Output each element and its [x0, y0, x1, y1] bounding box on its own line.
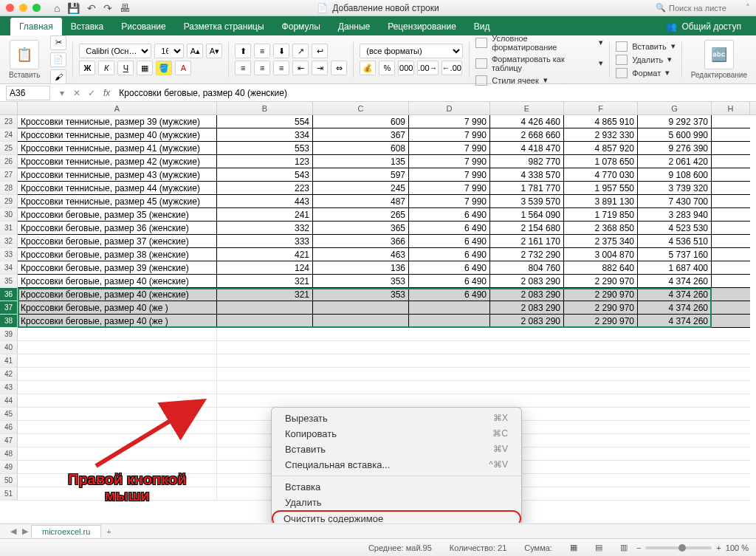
cell[interactable]: 7 990 — [409, 155, 490, 168]
delete-cells-button[interactable]: Удалить ▾ — [616, 54, 676, 66]
cell[interactable]: 3 539 570 — [490, 195, 564, 208]
cell[interactable] — [712, 155, 750, 168]
ctx-paste[interactable]: Вставить⌘V — [272, 442, 521, 457]
fill-color-button[interactable]: 🪣 — [156, 61, 172, 75]
cell[interactable]: 4 338 570 — [490, 168, 564, 182]
col-header-E[interactable]: E — [490, 102, 564, 114]
cell[interactable]: 421 — [217, 248, 313, 261]
window-minimize-button[interactable] — [19, 4, 27, 12]
cell[interactable]: 9 292 370 — [638, 115, 712, 128]
cell[interactable]: 2 083 290 — [490, 315, 564, 328]
cell[interactable]: Кроссовки беговые, размер 40 (же ) — [18, 301, 217, 315]
table-row[interactable]: 43 — [0, 381, 756, 394]
table-row[interactable]: 36Кроссовки беговые, размер 40 (женские)… — [0, 288, 756, 301]
zoom-slider[interactable] — [645, 546, 712, 549]
cell[interactable] — [712, 128, 750, 142]
cell[interactable]: 123 — [217, 155, 313, 168]
redo-icon[interactable]: ↷ — [103, 2, 112, 14]
row-header[interactable]: 42 — [0, 368, 18, 381]
select-all-corner[interactable] — [0, 102, 18, 114]
cell[interactable]: Кроссовки беговые, размер 40 (женские) — [18, 288, 217, 301]
ctx-cut[interactable]: Вырезать⌘X — [272, 411, 521, 426]
wrap-text-button[interactable]: ↩ — [312, 44, 328, 58]
table-row[interactable]: 25Кроссовки теннисные, размер 41 (мужски… — [0, 142, 756, 155]
cell[interactable]: 7 990 — [409, 128, 490, 142]
bold-button[interactable]: Ж — [79, 61, 95, 75]
ctx-copy[interactable]: Копировать⌘C — [272, 426, 521, 442]
conditional-format-button[interactable]: Условное форматирование ▾ — [475, 33, 603, 52]
cell[interactable]: 3 739 320 — [638, 182, 712, 195]
ctx-delete[interactable]: Удалить — [272, 495, 521, 510]
align-top-button[interactable]: ⬆ — [235, 44, 251, 58]
table-row[interactable]: 24Кроссовки теннисные, размер 40 (мужски… — [0, 128, 756, 142]
cell[interactable]: 365 — [313, 222, 409, 235]
cell[interactable]: Кроссовки теннисные, размер 42 (мужские) — [18, 155, 217, 168]
cell[interactable]: 2 061 420 — [638, 155, 712, 168]
cell[interactable]: 367 — [313, 128, 409, 142]
cell[interactable]: 2 290 970 — [564, 288, 638, 301]
col-header-G[interactable]: G — [638, 102, 712, 114]
cell[interactable]: 333 — [217, 235, 313, 248]
cell[interactable]: Кроссовки теннисные, размер 44 (мужские) — [18, 182, 217, 195]
row-header[interactable]: 41 — [0, 354, 18, 368]
cell[interactable]: 2 290 970 — [564, 315, 638, 328]
cell[interactable]: 2 083 290 — [490, 288, 564, 301]
cell[interactable]: 124 — [217, 261, 313, 275]
undo-icon[interactable]: ↶ — [87, 2, 96, 14]
cell[interactable]: Кроссовки теннисные, размер 45 (мужские) — [18, 195, 217, 208]
percent-button[interactable]: % — [379, 61, 395, 75]
row-header[interactable]: 33 — [0, 248, 18, 261]
cell[interactable]: 4 426 460 — [490, 115, 564, 128]
cell[interactable]: 321 — [217, 288, 313, 301]
view-normal-button[interactable]: ▦ — [561, 543, 586, 552]
cell[interactable]: Кроссовки беговые, размер 39 (женские) — [18, 261, 217, 275]
cell[interactable]: 5 737 160 — [638, 248, 712, 261]
comma-button[interactable]: 000 — [398, 61, 414, 75]
table-row[interactable]: 39 — [0, 328, 756, 341]
cell[interactable] — [712, 182, 750, 195]
cell[interactable]: 1 719 850 — [564, 208, 638, 222]
cell[interactable]: Кроссовки беговые, размер 40 (же ) — [18, 315, 217, 328]
cell[interactable]: 597 — [313, 168, 409, 182]
cell[interactable]: 4 857 920 — [564, 142, 638, 155]
cell[interactable]: 7 430 700 — [638, 195, 712, 208]
col-header-D[interactable]: D — [409, 102, 490, 114]
row-header[interactable]: 40 — [0, 341, 18, 354]
table-row[interactable]: 38Кроссовки беговые, размер 40 (же )2 08… — [0, 315, 756, 328]
cut-button[interactable]: ✂ — [50, 35, 66, 50]
cell[interactable]: 1 564 090 — [490, 208, 564, 222]
format-cells-button[interactable]: Формат ▾ — [616, 67, 676, 79]
cell[interactable] — [712, 235, 750, 248]
row-header[interactable]: 45 — [0, 408, 18, 421]
cell[interactable]: Кроссовки беговые, размер 36 (женские) — [18, 222, 217, 235]
cell[interactable] — [409, 315, 490, 328]
cell[interactable]: 353 — [313, 275, 409, 288]
cell[interactable]: 334 — [217, 128, 313, 142]
tab-draw[interactable]: Рисование — [112, 18, 174, 35]
row-header[interactable]: 26 — [0, 155, 18, 168]
sheet-prev-icon[interactable]: ◀ — [7, 526, 19, 536]
cell[interactable]: 366 — [313, 235, 409, 248]
table-row[interactable]: 44 — [0, 394, 756, 408]
table-row[interactable]: 32Кроссовки беговые, размер 37 (женские)… — [0, 235, 756, 248]
align-left-button[interactable]: ≡ — [235, 61, 251, 75]
save-icon[interactable]: 💾 — [67, 2, 80, 14]
row-header[interactable]: 23 — [0, 115, 18, 128]
cell[interactable]: Кроссовки теннисные, размер 40 (мужские) — [18, 128, 217, 142]
row-header[interactable]: 51 — [0, 487, 18, 501]
cell[interactable]: 1 957 550 — [564, 182, 638, 195]
window-zoom-button[interactable] — [32, 4, 41, 12]
cell[interactable]: 136 — [313, 261, 409, 275]
cell[interactable]: 804 760 — [490, 261, 564, 275]
cell[interactable]: 7 990 — [409, 142, 490, 155]
cell[interactable] — [313, 315, 409, 328]
borders-button[interactable]: ▦ — [137, 61, 153, 75]
table-row[interactable]: 29Кроссовки теннисные, размер 45 (мужски… — [0, 195, 756, 208]
cell[interactable]: 135 — [313, 155, 409, 168]
paste-button[interactable]: 📋 — [10, 40, 39, 69]
align-right-button[interactable]: ≡ — [273, 61, 289, 75]
cell[interactable]: 6 490 — [409, 222, 490, 235]
share-button[interactable]: 👥Общий доступ — [659, 18, 749, 35]
currency-button[interactable]: 💰 — [360, 61, 376, 75]
row-header[interactable]: 47 — [0, 434, 18, 447]
